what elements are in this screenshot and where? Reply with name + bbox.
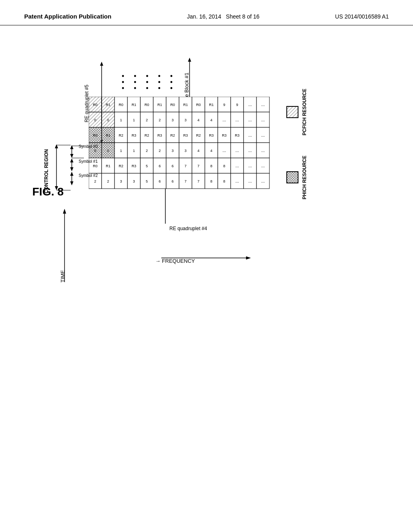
frequency-label: → FREQUENCY bbox=[155, 258, 195, 264]
svg-text:R2: R2 bbox=[144, 133, 149, 137]
svg-text:•: • bbox=[158, 78, 161, 86]
svg-text:•: • bbox=[146, 72, 148, 80]
page-container: Patent Application Publication Jan. 16, … bbox=[0, 0, 413, 532]
svg-text:7: 7 bbox=[184, 179, 186, 183]
svg-text:4: 4 bbox=[197, 118, 199, 122]
svg-text:...: ... bbox=[248, 133, 252, 137]
svg-text:R2: R2 bbox=[196, 133, 201, 137]
svg-text:•: • bbox=[134, 78, 136, 86]
svg-text:...: ... bbox=[261, 179, 265, 183]
svg-text:1: 1 bbox=[120, 149, 122, 153]
symbol0-label: Symbol #0 bbox=[79, 144, 98, 149]
svg-text:...: ... bbox=[261, 102, 265, 107]
phich-legend-item: PHICH RESOURCE bbox=[286, 156, 307, 200]
svg-marker-20 bbox=[70, 167, 73, 171]
svg-text:•: • bbox=[134, 72, 136, 80]
svg-text:5: 5 bbox=[146, 164, 148, 168]
svg-text:R1: R1 bbox=[157, 103, 162, 107]
svg-text:•: • bbox=[134, 84, 136, 92]
symbol1-label: Symbol #1 bbox=[79, 159, 98, 164]
svg-text:0: 0 bbox=[94, 118, 96, 122]
publication-title: Patent Application Publication bbox=[24, 13, 111, 20]
svg-text:•: • bbox=[170, 72, 173, 80]
svg-marker-22 bbox=[70, 172, 73, 176]
svg-text:...: ... bbox=[248, 148, 252, 153]
svg-text:8: 8 bbox=[223, 164, 225, 168]
svg-text:R0: R0 bbox=[119, 103, 123, 107]
svg-text:8: 8 bbox=[210, 164, 212, 168]
svg-text:...: ... bbox=[261, 148, 265, 153]
svg-text:...: ... bbox=[235, 179, 239, 183]
svg-text:4: 4 bbox=[210, 118, 212, 122]
svg-text:•: • bbox=[170, 84, 173, 92]
header-right: US 2014/0016589 A1 bbox=[335, 12, 389, 21]
svg-text:...: ... bbox=[222, 148, 226, 153]
svg-text:R3: R3 bbox=[131, 133, 136, 137]
svg-marker-9 bbox=[55, 144, 58, 148]
svg-text:8: 8 bbox=[223, 179, 225, 183]
svg-text:R1: R1 bbox=[106, 164, 111, 168]
svg-text:R1: R1 bbox=[106, 103, 111, 107]
svg-text:R1: R1 bbox=[209, 103, 214, 107]
svg-text:R0: R0 bbox=[93, 133, 98, 137]
svg-text:4: 4 bbox=[197, 149, 199, 153]
pcfich-icon bbox=[286, 106, 298, 118]
svg-marker-19 bbox=[70, 158, 73, 162]
re-quadruplet4-label: RE quadruplet #4 bbox=[169, 226, 207, 231]
svg-text:R0: R0 bbox=[93, 164, 98, 168]
svg-text:...: ... bbox=[235, 163, 239, 168]
diagram-svg: • • • • • • • • • • • • • • • bbox=[0, 0, 413, 532]
symbol2-label: Symbol #2 bbox=[79, 173, 98, 178]
svg-text:9: 9 bbox=[223, 103, 225, 107]
pcfich-legend-item: PCFICH RESOURCE bbox=[286, 89, 307, 135]
svg-text:...: ... bbox=[222, 117, 226, 122]
svg-text:R0: R0 bbox=[93, 103, 98, 107]
svg-marker-27 bbox=[63, 209, 66, 214]
svg-marker-25 bbox=[246, 256, 251, 260]
svg-text:...: ... bbox=[248, 179, 252, 183]
svg-text:•: • bbox=[158, 72, 161, 80]
svg-text:R1: R1 bbox=[131, 103, 136, 107]
svg-text:1: 1 bbox=[133, 118, 135, 122]
header: Patent Application Publication Jan. 16, … bbox=[0, 0, 413, 25]
header-date: Jan. 16, 2014 bbox=[187, 13, 221, 20]
svg-text:...: ... bbox=[261, 133, 265, 137]
svg-text:...: ... bbox=[248, 163, 252, 168]
legend: PCFICH RESOURCE PHICH RESOURCE bbox=[286, 89, 307, 200]
svg-text:7: 7 bbox=[197, 179, 199, 183]
svg-marker-1 bbox=[188, 58, 191, 62]
svg-text:2: 2 bbox=[159, 149, 161, 153]
header-left: Patent Application Publication bbox=[24, 12, 111, 21]
svg-text:•: • bbox=[170, 78, 173, 86]
svg-text:6: 6 bbox=[171, 164, 173, 168]
svg-text:3: 3 bbox=[171, 149, 173, 153]
grid-diagram: R0 R1 R0 R1 R0 R1 R0 R1 R0 R1 9 9 bbox=[89, 97, 282, 193]
svg-text:...: ... bbox=[235, 117, 239, 122]
svg-rect-218 bbox=[287, 172, 298, 183]
svg-text:3: 3 bbox=[184, 118, 186, 122]
svg-text:R1: R1 bbox=[183, 103, 188, 107]
svg-text:3: 3 bbox=[133, 179, 135, 183]
phich-icon bbox=[286, 171, 298, 183]
svg-text:0: 0 bbox=[107, 118, 109, 122]
svg-rect-215 bbox=[287, 106, 298, 118]
svg-text:5: 5 bbox=[146, 179, 148, 183]
svg-text:6: 6 bbox=[159, 164, 161, 168]
svg-text:1: 1 bbox=[133, 149, 135, 153]
svg-text:R3: R3 bbox=[209, 133, 214, 137]
svg-text:...: ... bbox=[261, 163, 265, 168]
svg-text:3: 3 bbox=[184, 149, 186, 153]
svg-text:R1: R1 bbox=[106, 133, 111, 137]
svg-text:•: • bbox=[122, 78, 124, 86]
svg-marker-23 bbox=[70, 181, 73, 185]
svg-text:6: 6 bbox=[159, 179, 161, 183]
pcfich-label: PCFICH RESOURCE bbox=[302, 89, 307, 135]
svg-text:8: 8 bbox=[210, 179, 212, 183]
svg-text:R0: R0 bbox=[170, 103, 175, 107]
svg-text:2: 2 bbox=[159, 118, 161, 122]
svg-text:...: ... bbox=[248, 117, 252, 122]
control-region-label: CONTROL REGION bbox=[44, 149, 49, 193]
svg-text:•: • bbox=[158, 84, 161, 92]
svg-text:R2: R2 bbox=[170, 133, 175, 137]
svg-text:•: • bbox=[146, 78, 148, 86]
